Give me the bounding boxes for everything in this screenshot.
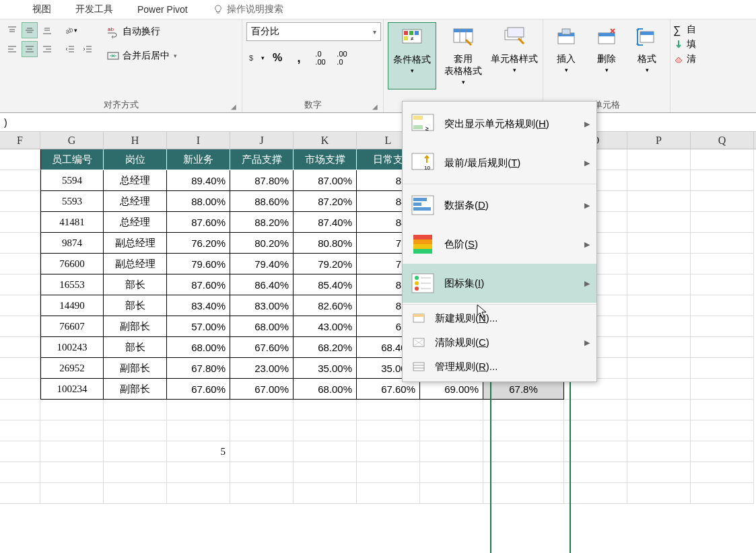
- cell[interactable]: 副部长: [104, 316, 167, 337]
- cell[interactable]: [483, 441, 564, 462]
- cell[interactable]: 86.40%: [230, 274, 294, 295]
- cell[interactable]: [564, 400, 627, 420]
- cell[interactable]: [420, 462, 483, 483]
- cell[interactable]: 23.00%: [230, 358, 294, 379]
- align-center[interactable]: [22, 41, 38, 57]
- cell[interactable]: 79.20%: [294, 254, 357, 274]
- cell[interactable]: 87.80%: [230, 170, 294, 191]
- format-cells[interactable]: 格式▾: [628, 22, 666, 89]
- tell-me-search[interactable]: 操作说明搜索: [200, 3, 283, 15]
- cell[interactable]: 总经理: [104, 191, 167, 212]
- table-row[interactable]: 16553部长87.60%86.40%85.40%83.4: [0, 274, 756, 295]
- cell[interactable]: [294, 420, 357, 441]
- cell[interactable]: 87.40%: [294, 212, 357, 233]
- cell[interactable]: 43.00%: [294, 316, 357, 337]
- table-row[interactable]: 9874副总经理76.20%80.20%80.80%78.2: [0, 233, 756, 254]
- cell[interactable]: 68.00%: [167, 337, 230, 358]
- cell[interactable]: 85.40%: [294, 274, 357, 295]
- col-header[interactable]: P: [627, 132, 691, 149]
- cell[interactable]: [420, 420, 483, 441]
- table-row[interactable]: 14490部长83.40%83.00%82.60%83.0: [0, 295, 756, 316]
- col-header[interactable]: Q: [691, 132, 754, 149]
- align-left[interactable]: [4, 41, 20, 57]
- align-middle[interactable]: [22, 22, 38, 38]
- menu-new-rule[interactable]: 新建规则(N)...: [403, 306, 596, 330]
- cell[interactable]: 68.00%: [294, 379, 357, 400]
- menu-icon-sets[interactable]: 图标集(I) ▶: [403, 264, 596, 303]
- cell[interactable]: [230, 420, 294, 441]
- cell[interactable]: 总经理: [104, 212, 167, 233]
- delete-cells[interactable]: 删除▾: [588, 22, 625, 89]
- conditional-formatting[interactable]: ≠ 条件格式▾: [388, 22, 436, 89]
- percent-format[interactable]: %: [268, 49, 287, 67]
- cell[interactable]: [40, 441, 104, 462]
- cell[interactable]: 16553: [40, 274, 104, 295]
- cell[interactable]: [357, 483, 420, 504]
- merge-center[interactable]: 合并后居中▾: [102, 46, 181, 65]
- cell[interactable]: 80.20%: [230, 233, 294, 254]
- cell[interactable]: 80.80%: [294, 233, 357, 254]
- cell[interactable]: 35.00%: [294, 358, 357, 379]
- cell[interactable]: [483, 462, 564, 483]
- cell[interactable]: [483, 483, 564, 504]
- cell[interactable]: 79.60%: [167, 254, 230, 274]
- cell[interactable]: 88.60%: [230, 191, 294, 212]
- menu-highlight-rules[interactable]: ≥ 突出显示单元格规则(H) ▶: [403, 104, 596, 143]
- cell[interactable]: 83.00%: [230, 295, 294, 316]
- accounting-format[interactable]: $▾: [246, 49, 265, 67]
- cell[interactable]: 67.60%: [230, 337, 294, 358]
- cell[interactable]: 87.20%: [294, 191, 357, 212]
- cell[interactable]: [691, 420, 754, 441]
- cell[interactable]: [627, 400, 691, 420]
- table-row[interactable]: 100243部长68.00%67.60%68.20%68.40%68.00%68…: [0, 337, 756, 358]
- cell[interactable]: [691, 441, 754, 462]
- menu-manage-rules[interactable]: 管理规则(R)...: [403, 355, 596, 379]
- cell[interactable]: [294, 441, 357, 462]
- fill[interactable]: 填: [673, 37, 696, 52]
- menu-view[interactable]: 视图: [20, 3, 63, 15]
- cell[interactable]: [0, 420, 40, 441]
- increase-indent[interactable]: [79, 41, 96, 57]
- cell[interactable]: [357, 462, 420, 483]
- cell[interactable]: [167, 462, 230, 483]
- cell[interactable]: [0, 441, 40, 462]
- align-top[interactable]: [4, 22, 20, 38]
- formula-bar[interactable]: ): [0, 113, 756, 132]
- align-bottom[interactable]: [39, 22, 55, 38]
- align-right[interactable]: [39, 41, 55, 57]
- cell[interactable]: [420, 483, 483, 504]
- cell[interactable]: [564, 441, 627, 462]
- orientation[interactable]: ab▾: [62, 22, 78, 38]
- col-header[interactable]: F: [0, 132, 40, 149]
- cell[interactable]: [104, 462, 167, 483]
- table-header[interactable]: 员工编号: [40, 149, 104, 170]
- cell[interactable]: [230, 483, 294, 504]
- cell[interactable]: [167, 420, 230, 441]
- insert-cells[interactable]: 插入▾: [547, 22, 585, 89]
- cell[interactable]: [230, 400, 294, 420]
- cell[interactable]: [40, 420, 104, 441]
- cell[interactable]: 83.40%: [167, 295, 230, 316]
- cell[interactable]: 67.60%: [167, 379, 230, 400]
- cell[interactable]: 26952: [40, 358, 104, 379]
- cell[interactable]: [0, 462, 40, 483]
- cell[interactable]: [627, 441, 691, 462]
- cell[interactable]: 副部长: [104, 358, 167, 379]
- cell[interactable]: 副总经理: [104, 233, 167, 254]
- table-header[interactable]: 岗位: [104, 149, 167, 170]
- cell[interactable]: [104, 420, 167, 441]
- format-as-table[interactable]: 套用 表格格式▾: [439, 22, 487, 89]
- cell[interactable]: [167, 400, 230, 420]
- decrease-decimal[interactable]: .00.0: [333, 49, 351, 67]
- cell-styles[interactable]: 单元格样式▾: [490, 22, 539, 89]
- spreadsheet[interactable]: F G H I J K L M N O P Q 员工编号岗位新业务产品支撑市场支…: [0, 132, 756, 504]
- cell[interactable]: 100243: [40, 337, 104, 358]
- cell[interactable]: [564, 462, 627, 483]
- cell[interactable]: [40, 483, 104, 504]
- cell[interactable]: [420, 400, 483, 420]
- col-header[interactable]: G: [40, 132, 104, 149]
- align-launcher-icon[interactable]: ◢: [230, 103, 238, 111]
- cell[interactable]: 76600: [40, 254, 104, 274]
- cell[interactable]: 88.20%: [230, 212, 294, 233]
- cell[interactable]: 5594: [40, 170, 104, 191]
